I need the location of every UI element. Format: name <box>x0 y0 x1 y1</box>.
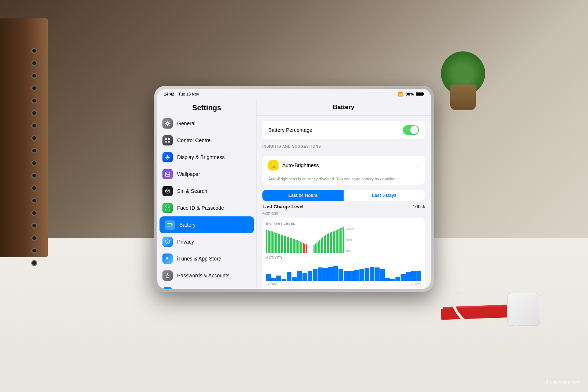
activity-bar <box>333 266 338 281</box>
display-label: Display & Brightness <box>177 154 225 160</box>
general-label: General <box>177 121 196 126</box>
battery-bar-green <box>291 238 292 252</box>
siri-icon <box>162 186 173 196</box>
passwords-icon <box>162 270 173 281</box>
battery-bar-green <box>300 242 301 252</box>
last-charge-value: 100% <box>413 204 425 209</box>
battery-icon <box>165 220 175 230</box>
battery-bar-green2 <box>331 232 332 253</box>
battery-percentage-toggle[interactable] <box>403 125 419 135</box>
last-charge-time: 42m ago <box>257 211 431 218</box>
battery-bar-green <box>297 240 298 253</box>
activity-bar <box>266 274 271 281</box>
control-icon <box>162 135 173 145</box>
appstore-label: iTunes & App Store <box>177 256 221 262</box>
activity-bar <box>297 271 302 280</box>
activity-bar <box>380 269 385 281</box>
battery-percentage-row: Battery Percentage <box>262 121 425 139</box>
toggle-knob <box>410 126 418 134</box>
battery-bar-green2 <box>343 227 344 253</box>
activity-bar <box>406 272 411 281</box>
sidebar-item-battery[interactable]: Battery <box>159 216 254 233</box>
svg-point-3 <box>166 122 169 125</box>
auto-brightness-icon: 💡 <box>268 160 279 170</box>
battery-level-header: BATTERY LEVEL <box>266 222 421 226</box>
date-left: 12 Nov <box>266 282 277 286</box>
battery-bar-green2 <box>336 230 337 253</box>
activity-bar <box>354 270 359 281</box>
activity-bar <box>328 267 333 281</box>
faceid-icon <box>162 203 173 213</box>
battery-percentage-label: Battery Percentage <box>268 127 399 133</box>
status-bar: 14:42 Tue 13 Nov 📶 98% <box>157 89 431 99</box>
svg-text:A: A <box>165 256 169 261</box>
tab-5d[interactable]: Last 5 Days <box>344 190 425 201</box>
activity-chart <box>266 262 421 281</box>
battery-bar-green <box>268 230 269 253</box>
sidebar-title: Settings <box>157 99 256 115</box>
sidebar-item-general[interactable]: General <box>157 115 256 132</box>
sidebar-item-faceid[interactable]: Face ID & Passcode <box>157 199 256 216</box>
svg-rect-4 <box>165 138 167 140</box>
battery-bar-red <box>304 244 305 253</box>
activity-bar <box>323 268 328 280</box>
last-charge-label: Last Charge Level <box>262 204 304 209</box>
activity-bar <box>287 272 291 281</box>
battery-percentage-section: Battery Percentage <box>262 121 425 139</box>
battery-bar-green <box>269 231 270 253</box>
activity-bar <box>365 268 369 280</box>
battery-bar-red <box>303 243 304 253</box>
sidebar-item-control[interactable]: Control Centre <box>157 132 256 149</box>
svg-rect-16 <box>172 224 173 226</box>
mail-icon <box>162 287 173 289</box>
battery-bar-green <box>276 233 277 252</box>
notebook-decoration <box>0 18 48 257</box>
battery-bar-green2 <box>322 237 323 253</box>
sidebar-item-privacy[interactable]: Privacy <box>157 233 256 250</box>
battery-bar-green2 <box>325 235 326 253</box>
sidebar-item-appstore[interactable]: A iTunes & App Store <box>157 250 256 267</box>
display-icon <box>162 152 173 162</box>
insights-header: INSIGHTS AND SUGGESTIONS <box>257 139 431 151</box>
siri-label: Siri & Search <box>177 188 207 194</box>
watermark: phoneArena.com <box>544 379 581 385</box>
activity-bar <box>338 269 343 281</box>
battery-bar-green <box>294 239 295 252</box>
battery-bar-green <box>273 232 275 253</box>
sidebar-item-display[interactable]: Display & Brightness <box>157 149 256 166</box>
battery-bar-green2 <box>333 231 334 252</box>
date-right: 13 Nov <box>410 282 421 286</box>
auto-brightness-row[interactable]: 💡 Auto-Brightness › <box>262 156 425 175</box>
wallpaper-icon <box>162 169 173 179</box>
faceid-label: Face ID & Passcode <box>177 205 224 211</box>
activity-bar <box>349 271 354 280</box>
battery-bar-green2 <box>313 245 315 253</box>
battery-bar-green <box>284 235 285 252</box>
sidebar-item-siri[interactable]: Siri & Search <box>157 183 256 199</box>
activity-bar <box>401 274 405 281</box>
battery-bar-green2 <box>319 240 320 253</box>
svg-point-12 <box>167 190 168 191</box>
battery-bar-green <box>293 239 294 253</box>
svg-point-14 <box>168 207 169 208</box>
tab-24h[interactable]: Last 24 Hours <box>262 190 344 201</box>
battery-icon <box>416 92 424 96</box>
wallpaper-label: Wallpaper <box>177 171 200 177</box>
svg-point-8 <box>166 156 169 158</box>
status-time: 14:42 Tue 13 Nov <box>164 92 199 96</box>
sidebar-item-mail[interactable]: Mail <box>157 284 256 289</box>
battery-bar-green <box>266 230 267 253</box>
sidebar-item-passwords[interactable]: Passwords & Accounts <box>157 267 256 284</box>
insights-section: 💡 Auto-Brightness › Auto-Brightness is c… <box>262 156 425 185</box>
activity-bar <box>271 278 276 280</box>
battery-bar-green <box>270 231 272 253</box>
sidebar-item-wallpaper[interactable]: Wallpaper <box>157 166 256 183</box>
battery-bar-green2 <box>341 227 343 253</box>
battery-bar-green <box>279 234 280 252</box>
activity-bar <box>385 278 390 280</box>
activity-bar <box>282 279 286 281</box>
activity-bar <box>308 271 312 281</box>
battery-settings-panel: Battery Battery Percentage INSIGHTS AND … <box>257 99 431 289</box>
battery-bar-green2 <box>334 231 335 253</box>
activity-bar <box>395 277 400 281</box>
